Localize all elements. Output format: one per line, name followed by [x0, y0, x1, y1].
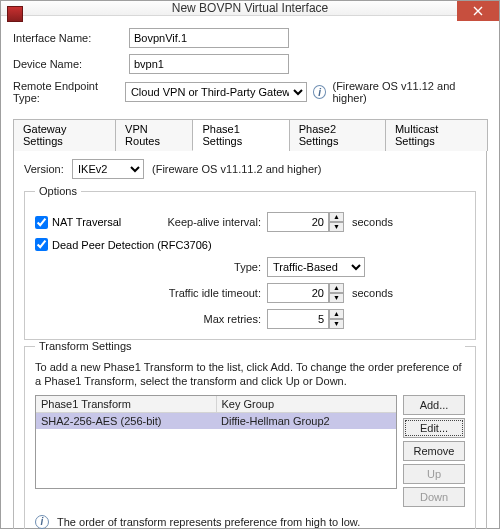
add-button[interactable]: Add...	[403, 395, 465, 415]
info-icon: i	[35, 515, 49, 529]
dpd-checkbox[interactable]	[35, 238, 48, 251]
dpd-type-label: Type:	[35, 261, 261, 273]
transform-settings-group: Transform Settings To add a new Phase1 T…	[24, 346, 476, 529]
app-icon	[7, 6, 23, 22]
close-icon	[473, 6, 483, 16]
dpd-checkbox-wrap: Dead Peer Detection (RFC3706)	[35, 238, 212, 251]
version-select[interactable]: IKEv2	[72, 159, 144, 179]
interface-name-input[interactable]	[129, 28, 289, 48]
options-legend: Options	[35, 185, 81, 197]
cell-keygroup: Diffie-Hellman Group2	[216, 413, 396, 429]
transform-table-wrap: Phase1 Transform Key Group SHA2-256-AES …	[35, 395, 465, 507]
cell-transform: SHA2-256-AES (256-bit)	[36, 413, 216, 429]
close-button[interactable]	[457, 1, 499, 21]
retries-spinner: ▲ ▼	[267, 309, 344, 329]
tab-phase1-settings[interactable]: Phase1 Settings	[192, 119, 289, 151]
window-title: New BOVPN Virtual Interface	[172, 1, 329, 15]
nat-traversal-label: NAT Traversal	[52, 216, 121, 228]
retries-up[interactable]: ▲	[329, 309, 344, 319]
transform-footnote: i The order of transform represents pref…	[35, 515, 465, 529]
keepalive-down[interactable]: ▼	[329, 222, 344, 232]
endpoint-type-select[interactable]: Cloud VPN or Third-Party Gateway	[125, 82, 307, 102]
retries-input[interactable]	[267, 309, 329, 329]
tab-multicast-settings[interactable]: Multicast Settings	[385, 119, 488, 151]
idle-input[interactable]	[267, 283, 329, 303]
transform-button-column: Add... Edit... Remove Up Down	[403, 395, 465, 507]
row-idle: Traffic idle timeout: ▲ ▼ seconds	[35, 283, 465, 303]
row-retries: Max retries: ▲ ▼	[35, 309, 465, 329]
keepalive-label: Keep-alive interval:	[161, 216, 261, 228]
row-interface-name: Interface Name:	[13, 28, 487, 48]
row-dpd: Dead Peer Detection (RFC3706)	[35, 238, 465, 251]
footnote-text: The order of transform represents prefer…	[57, 516, 360, 528]
col-key-group[interactable]: Key Group	[217, 396, 397, 413]
version-label: Version:	[24, 163, 72, 175]
keepalive-spinner: ▲ ▼	[267, 212, 344, 232]
idle-label: Traffic idle timeout:	[35, 287, 261, 299]
keepalive-input[interactable]	[267, 212, 329, 232]
keepalive-unit: seconds	[352, 216, 393, 228]
endpoint-hint: (Fireware OS v11.12 and higher)	[332, 80, 487, 104]
transform-settings-legend: Transform Settings	[35, 340, 465, 352]
interface-name-label: Interface Name:	[13, 32, 129, 44]
table-row[interactable]: SHA2-256-AES (256-bit) Diffie-Hellman Gr…	[36, 413, 396, 429]
tab-gateway-settings[interactable]: Gateway Settings	[13, 119, 116, 151]
row-version: Version: IKEv2 (Fireware OS v11.11.2 and…	[24, 159, 476, 179]
version-hint: (Fireware OS v11.11.2 and higher)	[152, 163, 321, 175]
keepalive-up[interactable]: ▲	[329, 212, 344, 222]
endpoint-type-label: Remote Endpoint Type:	[13, 80, 125, 104]
idle-up[interactable]: ▲	[329, 283, 344, 293]
tab-vpn-routes[interactable]: VPN Routes	[115, 119, 193, 151]
idle-down[interactable]: ▼	[329, 293, 344, 303]
dialog-content: Interface Name: Device Name: Remote Endp…	[1, 16, 499, 529]
row-endpoint-type: Remote Endpoint Type: Cloud VPN or Third…	[13, 80, 487, 104]
idle-unit: seconds	[352, 287, 393, 299]
row-dpd-type: Type: Traffic-Based	[35, 257, 465, 277]
tabstrip: Gateway Settings VPN Routes Phase1 Setti…	[13, 118, 487, 151]
nat-traversal-checkbox[interactable]	[35, 216, 48, 229]
titlebar: New BOVPN Virtual Interface	[1, 1, 499, 16]
keepalive-spin-buttons: ▲ ▼	[329, 212, 344, 232]
device-name-label: Device Name:	[13, 58, 129, 70]
tabpage-phase1: Version: IKEv2 (Fireware OS v11.11.2 and…	[13, 151, 487, 529]
up-button[interactable]: Up	[403, 464, 465, 484]
info-icon[interactable]: i	[313, 85, 327, 99]
remove-button[interactable]: Remove	[403, 441, 465, 461]
idle-spinner: ▲ ▼	[267, 283, 344, 303]
device-name-input[interactable]	[129, 54, 289, 74]
transform-header-row: Phase1 Transform Key Group	[36, 396, 396, 413]
dpd-label: Dead Peer Detection (RFC3706)	[52, 239, 212, 251]
transform-table[interactable]: Phase1 Transform Key Group SHA2-256-AES …	[35, 395, 397, 489]
row-nat-traversal: NAT Traversal Keep-alive interval: ▲ ▼ s…	[35, 212, 465, 232]
options-group: Options NAT Traversal Keep-alive interva…	[24, 191, 476, 340]
row-device-name: Device Name:	[13, 54, 487, 74]
tab-phase2-settings[interactable]: Phase2 Settings	[289, 119, 386, 151]
col-phase1-transform[interactable]: Phase1 Transform	[36, 396, 217, 413]
transform-help-text: To add a new Phase1 Transform to the lis…	[35, 360, 465, 389]
dpd-type-select[interactable]: Traffic-Based	[267, 257, 365, 277]
edit-button[interactable]: Edit...	[403, 418, 465, 438]
retries-label: Max retries:	[35, 313, 261, 325]
down-button[interactable]: Down	[403, 487, 465, 507]
retries-down[interactable]: ▼	[329, 319, 344, 329]
nat-traversal-checkbox-wrap: NAT Traversal	[35, 216, 161, 229]
dialog-window: New BOVPN Virtual Interface Interface Na…	[0, 0, 500, 529]
idle-spin-buttons: ▲ ▼	[329, 283, 344, 303]
retries-spin-buttons: ▲ ▼	[329, 309, 344, 329]
